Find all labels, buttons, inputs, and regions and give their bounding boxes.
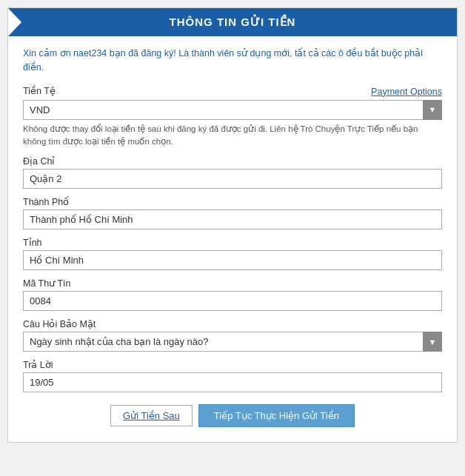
postal-label: Mã Thư Tín [23, 278, 442, 289]
currency-select[interactable]: VND [23, 100, 442, 120]
postal-input[interactable] [23, 291, 442, 311]
currency-label-row: Tiền Tệ Payment Options [23, 85, 442, 98]
security-question-select[interactable]: Ngày sinh nhật của cha bạn là ngày nào? [23, 332, 442, 352]
currency-field: Tiền Tệ Payment Options VND Không được t… [23, 85, 442, 149]
address-input[interactable] [23, 169, 442, 189]
city-label: Thành Phố [23, 196, 442, 207]
currency-label: Tiền Tệ [23, 85, 56, 96]
city-input[interactable] [23, 209, 442, 229]
security-question-label: Câu Hỏi Bảo Mật [23, 318, 442, 329]
welcome-message: Xin cảm ơn naet234 bạn đã đăng ký! Là th… [23, 47, 442, 75]
city-field: Thành Phố [23, 196, 442, 229]
footer-buttons: Gửi Tiền Sau Tiếp Tục Thực Hiện Gửi Tiền [23, 404, 442, 427]
province-field: Tỉnh [23, 237, 442, 270]
welcome-text: Xin cảm ơn naet234 bạn đã đăng ký! Là th… [23, 48, 423, 73]
province-input[interactable] [23, 250, 442, 270]
postal-field: Mã Thư Tín [23, 278, 442, 311]
main-container: THÔNG TIN GỬI TIỀN Xin cảm ơn naet234 bạ… [7, 7, 458, 443]
currency-note: Không được thay đổi loại tiền tệ sau khi… [23, 123, 442, 149]
answer-label: Trả Lời [23, 359, 442, 370]
answer-input[interactable] [23, 372, 442, 392]
back-button[interactable]: Gửi Tiền Sau [110, 405, 193, 426]
address-label: Địa Chỉ [23, 155, 442, 167]
province-label: Tỉnh [23, 237, 442, 248]
header-arrow-decoration [8, 8, 21, 36]
page-header: THÔNG TIN GỬI TIỀN [8, 8, 457, 36]
payment-options-link[interactable]: Payment Options [371, 87, 442, 97]
address-field: Địa Chỉ [23, 155, 442, 189]
security-question-select-wrapper: Ngày sinh nhật của cha bạn là ngày nào? [23, 332, 442, 352]
security-question-field: Câu Hỏi Bảo Mật Ngày sinh nhật của cha b… [23, 318, 442, 352]
form-body: Xin cảm ơn naet234 bạn đã đăng ký! Là th… [8, 36, 457, 442]
submit-button[interactable]: Tiếp Tục Thực Hiện Gửi Tiền [198, 404, 355, 427]
answer-field: Trả Lời [23, 359, 442, 392]
page-title: THÔNG TIN GỬI TIỀN [170, 16, 296, 29]
currency-select-wrapper: VND [23, 100, 442, 120]
